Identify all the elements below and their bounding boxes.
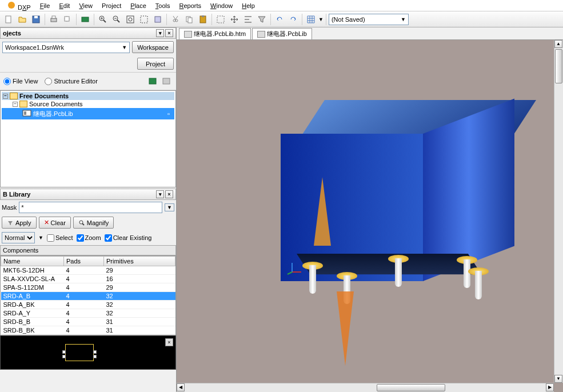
grid-icon[interactable] — [305, 13, 317, 26]
menu-tools[interactable]: Tools — [151, 1, 175, 10]
doc-marker-icon: ▫ — [167, 110, 170, 117]
zoom-fit-icon[interactable] — [124, 13, 137, 26]
align-icon[interactable] — [242, 13, 254, 26]
magnify-button[interactable]: Magnify — [73, 217, 114, 229]
preview-icon[interactable] — [61, 13, 74, 26]
scrollbar-vertical[interactable]: ▲ ▼ — [554, 40, 563, 383]
scroll-thumb-v[interactable] — [555, 49, 562, 83]
table-row[interactable]: SPA-S-112DM429 — [1, 283, 175, 292]
zoom-in-icon[interactable] — [97, 13, 109, 26]
3d-viewport-area: 继电器.PcbLib.htm 继电器.PcbLib — [177, 27, 563, 392]
svg-line-14 — [117, 20, 119, 22]
menu-view[interactable]: View — [74, 1, 97, 10]
undo-icon[interactable] — [273, 13, 286, 26]
select-icon[interactable] — [214, 13, 227, 26]
zoom-sel-icon[interactable] — [151, 13, 164, 26]
workspace-combo[interactable]: Workspace1.DsnWrk ▼ — [2, 42, 130, 53]
panel-close-icon[interactable]: × — [165, 190, 173, 198]
units-combo[interactable]: (Not Saved) ▼ — [329, 14, 409, 25]
scroll-up-icon[interactable]: ▲ — [554, 40, 562, 48]
pcblib-icon — [257, 31, 265, 38]
svg-rect-29 — [163, 78, 170, 84]
mask-dropdown-icon[interactable]: ▼ — [165, 203, 174, 211]
table-row[interactable]: SRD-A_BK432 — [1, 301, 175, 309]
svg-rect-28 — [149, 78, 156, 84]
paste-icon[interactable] — [197, 13, 209, 26]
svg-point-17 — [129, 18, 132, 21]
table-row[interactable]: SRD-B_BK431 — [1, 326, 175, 335]
project-button[interactable]: Project — [137, 58, 174, 70]
board-icon[interactable] — [79, 13, 91, 26]
tree-free-documents[interactable]: − Free Documents — [2, 92, 174, 100]
scroll-left-icon[interactable]: ◀ — [177, 383, 185, 391]
pcb-library-panel: B Library ▾ × Mask ▼ Apply ✕ Clear Magni… — [0, 189, 176, 392]
tab-pcblib[interactable]: 继电器.PcbLib — [252, 28, 312, 39]
preview-close-icon[interactable]: × — [165, 338, 173, 346]
select-checkbox[interactable]: Select — [47, 234, 73, 242]
save-icon[interactable] — [30, 13, 42, 26]
collapse-icon[interactable]: − — [13, 102, 18, 107]
scroll-thumb-h[interactable] — [377, 384, 445, 391]
filter-icon[interactable] — [255, 13, 268, 26]
move-icon[interactable] — [228, 13, 241, 26]
col-name[interactable]: Name — [1, 257, 64, 266]
zoom-area-icon[interactable] — [138, 13, 150, 26]
fileview-radio[interactable]: File View — [3, 78, 38, 85]
folder-icon — [19, 101, 27, 107]
table-row[interactable]: MKT6-S-12DH429 — [1, 266, 175, 275]
menu-window[interactable]: Window — [206, 1, 237, 10]
proj-tool1-icon[interactable] — [146, 75, 159, 87]
tree-source-documents[interactable]: − Source Documents — [2, 100, 174, 108]
svg-line-36 — [288, 272, 292, 274]
components-grid[interactable]: Name Pads Primitives MKT6-S-12DH429SLA-X… — [0, 255, 176, 335]
menu-help[interactable]: Help — [237, 1, 259, 10]
col-pads[interactable]: Pads — [64, 257, 104, 266]
scroll-right-icon[interactable]: ▶ — [546, 383, 554, 391]
menu-file[interactable]: File — [35, 1, 55, 10]
clear-button[interactable]: ✕ Clear — [39, 217, 71, 229]
menu-edit[interactable]: Edit — [54, 1, 74, 10]
scrollbar-horizontal[interactable]: ◀ ▶ — [177, 383, 554, 392]
open-icon[interactable] — [16, 13, 29, 26]
htm-icon — [184, 31, 192, 38]
scroll-down-icon[interactable]: ▼ — [554, 375, 562, 383]
svg-rect-24 — [217, 16, 224, 23]
table-row[interactable]: SRD-A_Y432 — [1, 309, 175, 318]
panel-menu-icon[interactable]: ▾ — [156, 29, 164, 37]
col-primitives[interactable]: Primitives — [104, 257, 175, 266]
zoom-checkbox[interactable]: Zoom — [77, 234, 101, 242]
tab-htm[interactable]: 继电器.PcbLib.htm — [179, 28, 251, 39]
copy-icon[interactable] — [183, 13, 195, 26]
structure-radio[interactable]: Structure Editor — [45, 78, 97, 85]
panel-menu-icon[interactable]: ▾ — [156, 190, 164, 198]
apply-button[interactable]: Apply — [2, 217, 37, 229]
units-combo-text: (Not Saved) — [332, 16, 365, 23]
proj-tool2-icon[interactable] — [160, 75, 173, 87]
mask-input[interactable] — [19, 202, 162, 213]
svg-point-0 — [8, 2, 15, 9]
menu-project[interactable]: Project — [97, 1, 126, 10]
3d-viewport[interactable]: ▲ ▼ ◀ ▶ — [177, 40, 563, 392]
menu-reports[interactable]: Reports — [175, 1, 206, 10]
workspace-button[interactable]: Workspace — [132, 41, 174, 53]
tree-pcblib-item[interactable]: 继电器.PcbLib ▫ — [2, 108, 174, 119]
svg-line-33 — [82, 223, 84, 225]
clearexisting-checkbox[interactable]: Clear Existing — [105, 234, 152, 242]
menu-place[interactable]: Place — [126, 1, 151, 10]
zoom-out-icon[interactable] — [110, 13, 123, 26]
svg-rect-19 — [155, 17, 161, 22]
redo-icon[interactable] — [287, 13, 300, 26]
project-tree[interactable]: − Free Documents − Source Documents 继电器.… — [0, 90, 176, 187]
collapse-icon[interactable]: − — [3, 94, 8, 99]
table-row[interactable]: SLA-XXVDC-SL-A416 — [1, 275, 175, 283]
svg-rect-8 — [82, 17, 89, 22]
menu-dxp[interactable]: DXP — [2, 0, 35, 12]
panel-close-icon[interactable]: × — [165, 29, 173, 37]
pcblib-icon — [22, 109, 31, 119]
table-row[interactable]: SRD-B_B431 — [1, 318, 175, 326]
new-doc-icon[interactable] — [2, 13, 15, 26]
table-row[interactable]: SRD-A_B432 — [1, 292, 175, 301]
cut-icon[interactable] — [169, 13, 182, 26]
print-icon[interactable] — [47, 13, 60, 26]
mode-select[interactable]: Normal — [2, 232, 35, 243]
